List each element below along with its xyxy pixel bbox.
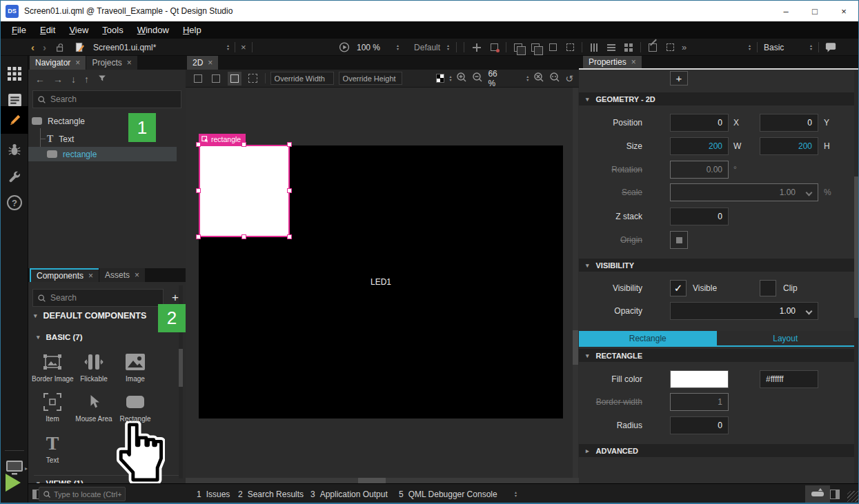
tree-item-rectangle-selected[interactable]: rectangle (28, 147, 177, 161)
resize-handle-sw[interactable] (196, 234, 201, 239)
rotation-input[interactable] (670, 161, 729, 179)
show-bounds-icon[interactable] (210, 72, 224, 85)
zstack-input[interactable] (670, 208, 729, 225)
properties-scrollbar[interactable] (854, 177, 859, 318)
components-search-input[interactable] (50, 293, 159, 303)
section-visibility[interactable]: ▾ VISIBILITY (579, 259, 854, 272)
component-mouse-area[interactable]: Mouse Area (73, 391, 115, 423)
close-tab-icon[interactable]: × (135, 270, 139, 280)
canvas-zoom-stepper-icon[interactable]: ▴▾ (526, 75, 529, 82)
selection-label[interactable]: rectangle (199, 134, 246, 145)
toolbar-overflow-button[interactable]: » (682, 42, 687, 52)
background-stepper-icon[interactable]: ▴▾ (449, 75, 451, 82)
reset-view-icon[interactable] (191, 72, 205, 85)
resize-grip[interactable] (847, 491, 858, 502)
sidebar-toggle-right-icon[interactable] (830, 484, 840, 504)
tab-properties[interactable]: Properties× (583, 56, 642, 68)
position-x-input[interactable] (670, 114, 729, 132)
navigator-search[interactable] (32, 90, 181, 108)
components-scrollbar[interactable] (179, 349, 183, 387)
bounding-rect-icon[interactable] (547, 42, 558, 53)
menu-help[interactable]: Help (176, 21, 208, 39)
close-tab-icon[interactable]: × (208, 58, 213, 68)
help-mode-icon[interactable]: ? (1, 190, 28, 215)
tab-navigator[interactable]: Navigator× (30, 56, 86, 70)
pane-application-output[interactable]: 3Application Output (310, 484, 388, 504)
locator[interactable] (39, 487, 126, 501)
zoom-selection-icon[interactable] (533, 72, 544, 85)
open-document-selector[interactable]: Screen01.ui.qml* (93, 43, 156, 52)
timeline-icon[interactable] (589, 42, 600, 53)
canvas-vertical-scrollbar[interactable] (573, 330, 578, 365)
section-basic[interactable]: ▾ BASIC (7) (37, 333, 83, 341)
feedback-chat-icon[interactable] (825, 42, 836, 53)
section-advanced[interactable]: ▸ ADVANCED (579, 444, 854, 457)
component-text[interactable]: T Text (32, 432, 73, 464)
tab-layout-properties[interactable]: Layout (717, 331, 855, 345)
snap-rect-icon[interactable] (564, 42, 575, 53)
projects-tools-icon[interactable] (1, 164, 28, 189)
position-y-input[interactable] (760, 114, 818, 132)
selection-export-icon[interactable] (488, 42, 500, 53)
maximize-button[interactable]: □ (800, 1, 829, 21)
fill-color-hex-input[interactable] (760, 370, 818, 388)
form-text-led1[interactable]: LED1 (199, 277, 563, 287)
override-width-input[interactable] (270, 72, 334, 85)
menu-tools[interactable]: Tools (95, 21, 130, 39)
component-item[interactable]: Item (32, 391, 73, 423)
menu-file[interactable]: File (5, 21, 33, 39)
run-zoom-icon[interactable] (339, 42, 350, 53)
collapse-caret-icon[interactable]: ▾ (586, 352, 589, 359)
menu-edit[interactable]: Edit (33, 21, 62, 39)
close-document-icon[interactable]: × (241, 42, 246, 52)
debug-mode-icon[interactable] (1, 137, 28, 162)
locator-input[interactable] (54, 490, 121, 498)
resize-handle-e[interactable] (287, 188, 292, 193)
border-width-input[interactable] (670, 393, 729, 411)
canvas-zoom-value[interactable]: 66 % (488, 69, 506, 88)
zoom-fit-icon[interactable] (549, 72, 560, 85)
components-search[interactable] (32, 289, 164, 307)
size-height-input[interactable] (760, 137, 818, 155)
section-default-components[interactable]: ▾ DEFAULT COMPONENTS (34, 311, 146, 321)
minimize-button[interactable]: – (771, 1, 800, 21)
annotation-icon[interactable] (647, 42, 658, 53)
back-button[interactable]: ‹ (31, 41, 34, 53)
pane-issues[interactable]: 1Issues (197, 484, 230, 504)
style-selector[interactable]: Default (414, 43, 440, 52)
collapse-caret-icon[interactable]: ▾ (37, 334, 40, 341)
move-down-icon[interactable]: ↓ (71, 74, 76, 85)
move-up-icon[interactable]: ↑ (84, 74, 89, 85)
style-stepper-icon[interactable]: ▴▾ (447, 44, 449, 51)
selected-rectangle[interactable] (199, 145, 290, 237)
add-property-button[interactable]: + (670, 71, 688, 85)
pane-search-results[interactable]: 2Search Results (238, 484, 304, 504)
kit-selector[interactable]: Basic (764, 43, 804, 52)
close-tab-icon[interactable]: × (88, 271, 93, 281)
paste-formatting-icon[interactable] (530, 42, 541, 53)
section-rectangle[interactable]: ▾ RECTANGLE (579, 349, 854, 362)
resize-handle-ne[interactable] (287, 142, 292, 147)
canvas-horizontal-scrollbar[interactable] (358, 478, 386, 483)
pane-qml-debugger-console[interactable]: 5QML Debugger Console (399, 484, 497, 504)
collapse-caret-icon[interactable]: ▾ (34, 312, 37, 319)
visible-checkbox[interactable]: ✓ (670, 280, 687, 296)
clip-area-icon[interactable] (246, 72, 260, 85)
close-tab-icon[interactable]: × (631, 57, 636, 67)
component-image[interactable]: Image (115, 351, 156, 383)
component-border-image[interactable]: Border Image (32, 351, 73, 383)
move-left-icon[interactable]: ← (35, 74, 45, 85)
copy-formatting-icon[interactable] (513, 42, 524, 53)
close-tab-icon[interactable]: × (127, 58, 132, 68)
design-mode-icon[interactable] (1, 106, 28, 134)
tab-projects[interactable]: Projects× (86, 56, 137, 70)
navigator-search-input[interactable] (50, 94, 177, 104)
pane-stepper-icon[interactable]: ▴▾ (515, 484, 517, 504)
forward-button[interactable]: › (43, 41, 46, 53)
resize-handle-se[interactable] (287, 234, 292, 239)
zoom-stepper-icon[interactable]: ▴▾ (397, 44, 399, 51)
run-project-button[interactable] (6, 474, 21, 492)
collapse-caret-icon[interactable]: ▾ (586, 96, 589, 103)
zoom-in-icon[interactable] (456, 72, 467, 85)
radius-input[interactable] (670, 416, 729, 434)
